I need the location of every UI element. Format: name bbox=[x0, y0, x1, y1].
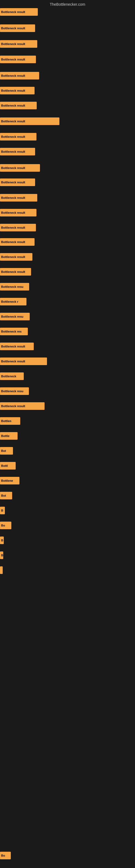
bar-label-0: Bottleneck result bbox=[1, 10, 25, 13]
bar-item-16: Bottleneck result bbox=[0, 253, 32, 261]
bar-item-21: Bottleneck res bbox=[0, 328, 28, 335]
bar-label-16: Bottleneck result bbox=[1, 255, 25, 258]
bar-label-15: Bottleneck result bbox=[1, 240, 25, 244]
bar-item-34: Bo bbox=[0, 522, 11, 529]
bar-item-29: Bot bbox=[0, 447, 13, 455]
bar-item-24: Bottleneck bbox=[0, 372, 24, 380]
bar-label-6: Bottleneck result bbox=[1, 104, 25, 107]
bar-label-29: Bot bbox=[1, 449, 6, 453]
bar-item-13: Bottleneck result bbox=[0, 209, 37, 216]
bar-item-33: B bbox=[0, 507, 5, 514]
bar-item-36: B bbox=[0, 552, 3, 559]
bar-item-28: Bottle bbox=[0, 432, 17, 440]
bar-item-11: Bottleneck result bbox=[0, 179, 35, 186]
bar-item-12: Bottleneck result bbox=[0, 194, 37, 202]
site-title: TheBottlenecker.com bbox=[0, 2, 135, 6]
bar-item-20: Bottleneck resu bbox=[0, 313, 30, 320]
bar-label-8: Bottleneck result bbox=[1, 135, 25, 138]
bar-label-35: B bbox=[1, 539, 3, 542]
bar-label-3: Bottleneck result bbox=[1, 58, 25, 61]
bar-label-1: Bottleneck result bbox=[1, 27, 25, 30]
bar-label-23: Bottleneck result bbox=[1, 360, 25, 363]
bar-item-37 bbox=[0, 566, 3, 574]
bar-label-27: Bottlen bbox=[1, 420, 11, 423]
bar-label-26: Bottleneck result bbox=[1, 404, 25, 408]
bar-item-22: Bottleneck result bbox=[0, 343, 34, 350]
bar-item-2: Bottleneck result bbox=[0, 40, 37, 48]
bar-item-0: Bottleneck result bbox=[0, 8, 38, 16]
bar-item-5: Bottleneck result bbox=[0, 87, 35, 94]
bar-label-4: Bottleneck result bbox=[1, 74, 25, 77]
bar-item-19: Bottleneck r bbox=[0, 298, 27, 305]
bar-item-4: Bottleneck result bbox=[0, 72, 39, 80]
bar-item-8: Bottleneck result bbox=[0, 133, 37, 141]
bar-item-1: Bottleneck result bbox=[0, 24, 35, 32]
bar-label-20: Bottleneck resu bbox=[1, 315, 24, 318]
bar-item-3: Bottleneck result bbox=[0, 56, 36, 63]
bar-label-38: Bo bbox=[1, 854, 5, 857]
bar-label-5: Bottleneck result bbox=[1, 89, 25, 92]
bar-label-32: Bot bbox=[1, 494, 6, 497]
bar-item-31: Bottlene bbox=[0, 477, 19, 485]
bar-label-19: Bottleneck r bbox=[1, 300, 18, 303]
bar-label-14: Bottleneck result bbox=[1, 226, 25, 229]
bar-item-25: Bottleneck resu bbox=[0, 388, 29, 395]
bar-label-34: Bo bbox=[1, 524, 5, 527]
bar-item-15: Bottleneck result bbox=[0, 238, 35, 246]
bar-label-7: Bottleneck result bbox=[1, 120, 25, 123]
bar-label-28: Bottle bbox=[1, 434, 9, 437]
bar-item-7: Bottleneck result bbox=[0, 118, 59, 125]
bar-item-10: Bottleneck result bbox=[0, 164, 40, 172]
bar-label-18: Bottleneck resu bbox=[1, 285, 24, 288]
bar-item-30: Bottl bbox=[0, 462, 16, 469]
bar-item-26: Bottleneck result bbox=[0, 402, 45, 410]
bar-label-17: Bottleneck result bbox=[1, 270, 25, 273]
bar-label-30: Bottl bbox=[1, 464, 8, 467]
bar-label-36: B bbox=[1, 554, 3, 557]
bar-label-11: Bottleneck result bbox=[1, 181, 25, 184]
bar-item-14: Bottleneck result bbox=[0, 224, 36, 231]
bar-item-32: Bot bbox=[0, 492, 12, 499]
bar-label-31: Bottlene bbox=[1, 479, 13, 482]
bar-item-38: Bo bbox=[0, 852, 11, 859]
bar-label-33: B bbox=[1, 509, 3, 512]
bar-item-23: Bottleneck result bbox=[0, 358, 47, 365]
bar-label-22: Bottleneck result bbox=[1, 345, 25, 348]
bar-label-9: Bottleneck result bbox=[1, 150, 25, 153]
bar-item-35: B bbox=[0, 536, 4, 544]
bar-label-24: Bottleneck bbox=[1, 375, 16, 378]
bar-item-9: Bottleneck result bbox=[0, 148, 35, 155]
bar-label-13: Bottleneck result bbox=[1, 211, 25, 214]
bar-label-21: Bottleneck res bbox=[1, 330, 21, 333]
bar-label-2: Bottleneck result bbox=[1, 42, 25, 45]
bar-item-6: Bottleneck result bbox=[0, 102, 37, 109]
bar-item-17: Bottleneck result bbox=[0, 268, 31, 276]
bar-item-27: Bottlen bbox=[0, 417, 20, 425]
bar-label-12: Bottleneck result bbox=[1, 196, 25, 199]
bar-label-25: Bottleneck resu bbox=[1, 390, 24, 393]
bar-label-10: Bottleneck result bbox=[1, 166, 25, 169]
bar-item-18: Bottleneck resu bbox=[0, 283, 29, 290]
